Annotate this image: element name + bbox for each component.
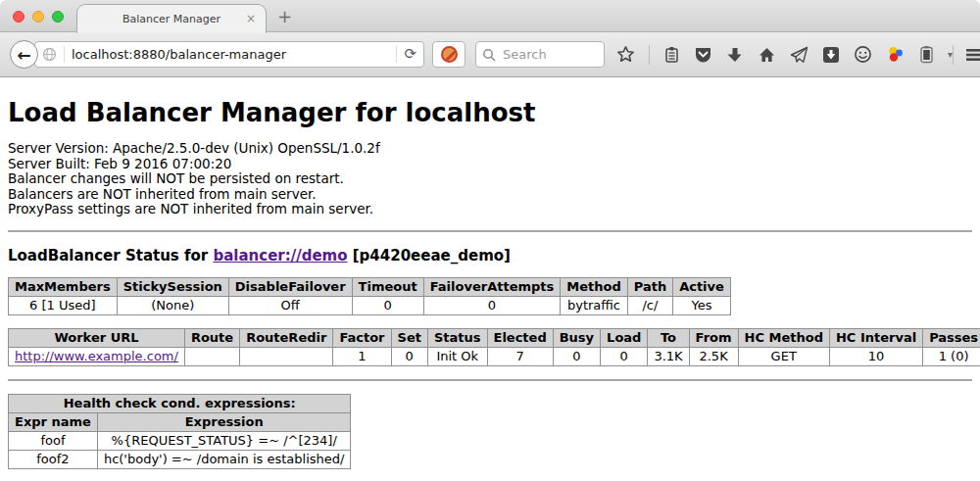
divider xyxy=(8,379,972,381)
server-version-line: Server Version: Apache/2.5.0-dev (Unix) … xyxy=(8,141,972,157)
worker-url-link[interactable]: http://www.example.com/ xyxy=(15,349,178,363)
url-text[interactable]: localhost:8880/balancer-manager xyxy=(72,47,389,62)
cell-to: 3.1K xyxy=(648,347,689,365)
column-header: Factor xyxy=(333,328,391,347)
battery-icon[interactable] xyxy=(919,45,934,64)
balancer-link[interactable]: balancer://demo xyxy=(213,247,347,265)
column-header: RouteRedir xyxy=(240,328,333,347)
column-header: Path xyxy=(627,277,672,296)
table-row: foof %{REQUEST_STATUS} =~ /^[234]/ xyxy=(9,431,351,450)
persist-notice-line: Balancer changes will NOT be persisted o… xyxy=(8,171,972,187)
toolbar-right-group xyxy=(953,45,980,65)
cell-path: /c/ xyxy=(627,296,672,314)
smiley-icon[interactable] xyxy=(854,45,872,64)
tab-title: Balancer Manager xyxy=(122,13,220,25)
cell-expr-name: foof2 xyxy=(9,450,98,468)
browser-tab[interactable]: Balancer Manager × xyxy=(76,4,267,33)
download-box-icon[interactable] xyxy=(822,46,840,64)
proxypass-notice-line: ProxyPass settings are NOT inherited fro… xyxy=(8,202,972,217)
globe-icon xyxy=(42,47,57,62)
color-dots-icon[interactable] xyxy=(886,45,906,64)
cell-load: 0 xyxy=(601,347,648,365)
table-header-row: MaxMembers StickySession DisableFailover… xyxy=(9,277,731,296)
column-header: Passes xyxy=(923,328,980,347)
window-titlebar: Balancer Manager × + xyxy=(0,0,980,32)
heading-prefix: LoadBalancer Status for xyxy=(8,247,213,265)
table-row: http://www.example.com/ 1 0 Init Ok 7 0 … xyxy=(9,347,980,365)
send-plane-icon[interactable] xyxy=(790,46,808,64)
server-built-line: Server Built: Feb 9 2016 07:00:20 xyxy=(8,157,972,172)
cell-expr-name: foof xyxy=(9,431,98,450)
home-icon[interactable] xyxy=(758,46,776,64)
server-info: Server Version: Apache/2.5.0-dev (Unix) … xyxy=(8,141,972,217)
cell-active: Yes xyxy=(673,296,731,314)
table-header-row: Expr name Expression xyxy=(9,412,351,431)
download-arrow-icon[interactable] xyxy=(726,46,744,64)
cell-factor: 1 xyxy=(333,347,391,365)
column-header: Expression xyxy=(97,412,351,431)
column-header: Worker URL xyxy=(9,328,185,347)
navigation-toolbar: ← localhost:8880/balancer-manager ⟳ xyxy=(0,32,980,77)
divider xyxy=(8,230,972,232)
column-header: HC Method xyxy=(738,328,829,347)
back-button[interactable]: ← xyxy=(10,40,38,69)
cell-stickysession: (None) xyxy=(117,296,228,314)
flash-blocked-icon xyxy=(441,46,458,63)
star-bookmark-icon[interactable] xyxy=(616,45,635,64)
column-header: StickySession xyxy=(117,277,228,296)
url-bar[interactable]: localhost:8880/balancer-manager ⟳ xyxy=(34,41,424,68)
search-icon xyxy=(482,48,496,62)
column-header: HC Interval xyxy=(829,328,922,347)
column-header: From xyxy=(689,328,738,347)
cell-failoverattempts: 0 xyxy=(423,296,561,314)
balancer-section-heading: LoadBalancer Status for balancer://demo … xyxy=(8,247,972,265)
table-header-row: Worker URL Route RouteRedir Factor Set S… xyxy=(9,328,980,347)
tab-close-icon[interactable]: × xyxy=(246,13,256,24)
back-icon: ← xyxy=(17,45,30,65)
traffic-lights xyxy=(13,11,64,23)
cell-disablefailover: Off xyxy=(228,296,352,314)
column-header: Busy xyxy=(553,328,600,347)
toolbar-separator xyxy=(649,45,650,65)
balancer-status-table: MaxMembers StickySession DisableFailover… xyxy=(8,277,731,315)
inherit-notice-line: Balancers are NOT inherited from main se… xyxy=(8,187,972,203)
column-header: Load xyxy=(601,328,648,347)
column-header: Active xyxy=(673,277,731,296)
identity-separator xyxy=(64,46,65,63)
cell-routeredir xyxy=(240,347,333,365)
search-bar[interactable] xyxy=(475,41,605,68)
column-header: Timeout xyxy=(352,277,423,296)
health-check-table: Health check cond. expressions: Expr nam… xyxy=(8,394,351,469)
cell-expression: hc('body') =~ /domain is established/ xyxy=(97,450,351,468)
cell-route xyxy=(184,347,239,365)
zoom-window-button[interactable] xyxy=(52,11,64,23)
minimize-window-button[interactable] xyxy=(32,11,44,23)
column-header: Status xyxy=(427,328,487,347)
column-header: Elected xyxy=(487,328,553,347)
toolbar-separator xyxy=(953,45,954,65)
cell-hc-method: GET xyxy=(738,347,829,365)
cell-set: 0 xyxy=(391,347,427,365)
worker-table: Worker URL Route RouteRedir Factor Set S… xyxy=(8,328,980,366)
reload-icon[interactable]: ⟳ xyxy=(404,47,416,62)
column-header: Expr name xyxy=(9,412,98,431)
new-tab-button[interactable]: + xyxy=(277,6,292,26)
column-header: Method xyxy=(561,277,627,296)
table-row: foof2 hc('body') =~ /domain is establish… xyxy=(9,450,351,468)
search-input[interactable] xyxy=(501,46,589,63)
page-content: Load Balancer Manager for localhost Serv… xyxy=(0,98,980,481)
table-title-row: Health check cond. expressions: xyxy=(9,394,351,412)
cell-passes: 1 (0) xyxy=(923,347,980,365)
close-window-button[interactable] xyxy=(13,11,24,23)
hamburger-menu-icon[interactable] xyxy=(965,47,980,63)
pocket-icon[interactable] xyxy=(694,46,712,64)
heading-suffix: [p4420eeae_demo] xyxy=(348,247,511,265)
cell-method: bytraffic xyxy=(561,296,627,314)
column-header: MaxMembers xyxy=(9,277,118,296)
cell-from: 2.5K xyxy=(689,347,738,365)
cell-expression: %{REQUEST_STATUS} =~ /^[234]/ xyxy=(97,431,351,450)
table-row: 6 [1 Used] (None) Off 0 0 bytraffic /c/ … xyxy=(9,296,731,314)
flash-block-button[interactable] xyxy=(432,41,466,68)
clipboard-icon[interactable] xyxy=(663,46,680,64)
cell-status: Init Ok xyxy=(427,347,487,365)
